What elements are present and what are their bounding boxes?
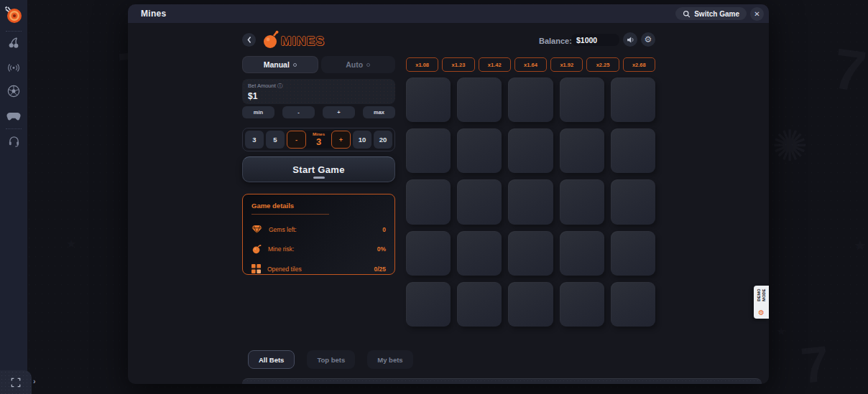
mines-option-10[interactable]: 10 bbox=[353, 131, 371, 149]
multiplier-chip[interactable]: x1.92 bbox=[550, 57, 583, 72]
mine-tile[interactable] bbox=[406, 128, 451, 173]
back-button[interactable] bbox=[242, 33, 256, 47]
mines-increase-button[interactable]: + bbox=[331, 131, 351, 149]
bets-tab-top-bets[interactable]: Top bets bbox=[307, 350, 355, 369]
mines-option-5[interactable]: 5 bbox=[266, 131, 285, 149]
window-title: Mines bbox=[141, 9, 167, 19]
bets-table-header bbox=[242, 378, 762, 384]
mine-tile[interactable] bbox=[560, 231, 604, 276]
mine-tile[interactable] bbox=[508, 128, 553, 173]
multiplier-chip[interactable]: x1.64 bbox=[514, 57, 547, 72]
watermark-glyph: 7 bbox=[829, 35, 868, 105]
tab-manual[interactable]: Manual bbox=[242, 56, 318, 73]
sidebar-item-games-gamepad-icon[interactable] bbox=[6, 108, 21, 123]
mines-option-20[interactable]: 20 bbox=[374, 131, 392, 149]
mine-tile[interactable] bbox=[611, 78, 655, 122]
mine-tile[interactable] bbox=[406, 231, 451, 276]
game-details-panel: Game details Gems left: 0 bbox=[242, 194, 395, 275]
bomb-icon bbox=[262, 30, 280, 49]
bet-amount-label: Bet Amount ⓘ bbox=[248, 83, 389, 90]
watermark-glyph: ★ bbox=[66, 237, 76, 250]
app-root: 7★✺★★7✺★7★ bbox=[0, 0, 868, 394]
multiplier-chip[interactable]: x1.42 bbox=[479, 57, 511, 72]
bet-amount-field[interactable]: Bet Amount ⓘ $1 bbox=[242, 79, 395, 104]
mine-tile[interactable] bbox=[611, 231, 655, 276]
sidebar-item-support-headset-icon[interactable] bbox=[6, 133, 21, 148]
watermark-glyph: ★ bbox=[776, 324, 786, 338]
mine-tile[interactable] bbox=[560, 282, 604, 327]
switch-game-label: Switch Game bbox=[694, 10, 739, 18]
sidebar-item-slots-cherries-icon[interactable] bbox=[6, 35, 21, 50]
mine-tile[interactable] bbox=[508, 179, 553, 224]
sidebar bbox=[0, 0, 27, 394]
mines-option-3[interactable]: 3 bbox=[245, 131, 264, 149]
divider bbox=[6, 31, 22, 32]
mine-tile[interactable] bbox=[406, 282, 451, 327]
divider bbox=[6, 128, 22, 129]
mine-tile[interactable] bbox=[457, 282, 502, 327]
opened-tiles-icon bbox=[251, 264, 261, 273]
fullscreen-icon[interactable] bbox=[11, 377, 21, 388]
logo-text: MINES bbox=[281, 34, 325, 49]
manual-indicator-icon bbox=[293, 63, 297, 67]
multiplier-chip[interactable]: x2.25 bbox=[586, 57, 619, 72]
mine-tile[interactable] bbox=[406, 179, 451, 224]
bet-min-button[interactable]: min bbox=[242, 106, 274, 118]
mine-icon bbox=[251, 244, 262, 254]
balance-input[interactable]: $1000 bbox=[571, 34, 619, 46]
bets-tab-all-bets[interactable]: All Bets bbox=[248, 350, 295, 369]
mine-tile[interactable] bbox=[406, 78, 451, 122]
close-button[interactable]: ✕ bbox=[750, 7, 764, 21]
mines-current: Mines 3 bbox=[306, 131, 331, 149]
tab-auto[interactable]: Auto bbox=[321, 56, 396, 73]
mine-tile[interactable] bbox=[611, 179, 655, 224]
tab-auto-label: Auto bbox=[346, 60, 363, 69]
mine-tile[interactable] bbox=[611, 128, 655, 173]
gear-icon: ⚙ bbox=[645, 34, 652, 44]
mine-tile[interactable] bbox=[457, 128, 502, 173]
close-icon: ✕ bbox=[754, 10, 760, 18]
sidebar-item-sports-soccer-icon[interactable] bbox=[6, 84, 21, 98]
gems-left-row: Gems left: 0 bbox=[251, 225, 386, 234]
mine-tile[interactable] bbox=[560, 179, 604, 224]
mines-decrease-button[interactable]: - bbox=[287, 131, 306, 149]
mine-risk-row: Mine risk: 0% bbox=[251, 244, 386, 254]
bets-tab-my-bets[interactable]: My bets bbox=[367, 350, 412, 369]
mine-tile[interactable] bbox=[457, 179, 502, 224]
mine-tile[interactable] bbox=[457, 78, 502, 122]
mine-tile[interactable] bbox=[457, 231, 502, 276]
mines-value: 3 bbox=[316, 137, 321, 147]
sidebar-collapse-chevron-icon[interactable]: › bbox=[33, 377, 36, 385]
speaker-icon bbox=[626, 35, 635, 44]
mine-tile[interactable] bbox=[560, 78, 604, 122]
mines-selector: 3 5 - Mines 3 + 10 20 bbox=[242, 128, 395, 151]
fullscreen-panel bbox=[0, 370, 32, 394]
bet-amount-value: $1 bbox=[248, 91, 389, 101]
mine-tile[interactable] bbox=[508, 282, 553, 327]
mines-logo: MINES bbox=[262, 30, 325, 49]
bet-max-button[interactable]: max bbox=[363, 106, 395, 118]
balance-label: Balance: bbox=[539, 37, 572, 45]
demo-mode-badge[interactable]: DEMO MODE ⚙ bbox=[754, 286, 769, 319]
demo-mode-text: DEMO MODE bbox=[757, 289, 767, 301]
bet-increase-button[interactable]: + bbox=[323, 106, 355, 118]
mine-tile[interactable] bbox=[611, 282, 655, 327]
start-game-button[interactable]: Start Game bbox=[242, 156, 395, 182]
bet-decrease-button[interactable]: - bbox=[282, 106, 315, 118]
mine-tile[interactable] bbox=[508, 231, 553, 276]
settings-button[interactable]: ⚙ bbox=[641, 32, 655, 47]
gems-left-label: Gems left: bbox=[269, 226, 376, 233]
mines-grid bbox=[406, 78, 655, 327]
multiplier-chip[interactable]: x1.23 bbox=[442, 57, 474, 72]
opened-tiles-label: Opened tiles bbox=[267, 266, 367, 273]
multiplier-chip[interactable]: x1.08 bbox=[406, 57, 438, 72]
bet-adjust-row: min - + max bbox=[242, 106, 395, 118]
sidebar-item-live-broadcast-icon[interactable] bbox=[6, 60, 21, 75]
brand-target-logo-icon[interactable] bbox=[4, 5, 24, 25]
mine-tile[interactable] bbox=[508, 78, 553, 122]
multiplier-chip[interactable]: x2.68 bbox=[623, 57, 655, 72]
switch-game-button[interactable]: Switch Game bbox=[675, 7, 747, 20]
mine-tile[interactable] bbox=[560, 128, 604, 173]
sound-button[interactable] bbox=[623, 32, 637, 47]
back-chevron-icon bbox=[246, 36, 252, 44]
